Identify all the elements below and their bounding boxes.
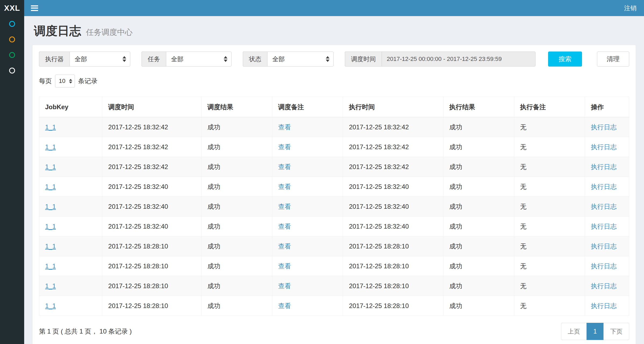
table-footer: 第 1 页 ( 总共 1 页， 10 条记录 ) 上页 1 下页: [39, 323, 629, 340]
trigger-msg-link[interactable]: 查看: [278, 243, 291, 250]
next-page-button[interactable]: 下页: [603, 323, 629, 340]
trigger-msg-link[interactable]: 查看: [278, 262, 291, 270]
sidebar-toggle-button[interactable]: [24, 0, 45, 16]
sidebar-item-4[interactable]: [0, 63, 24, 78]
filter-toolbar: 执行器 全部 任务 全部 状态 全部: [39, 52, 629, 67]
handle-msg-cell: 无: [514, 117, 585, 137]
executor-filter-label: 执行器: [39, 52, 70, 67]
status-filter-group: 状态 全部: [243, 52, 334, 67]
handle-time-cell: 2017-12-25 18:32:42: [343, 137, 443, 157]
column-header-handle-time: 执行时间: [343, 97, 443, 117]
job-filter-label: 任务: [142, 52, 166, 67]
job-key-link[interactable]: 1_1: [45, 282, 56, 290]
executor-select[interactable]: 全部: [70, 52, 130, 67]
trigger-time-cell: 2017-12-25 18:28:10: [102, 236, 201, 256]
handle-result-cell: 成功: [443, 177, 514, 197]
status-select-value: 全部: [272, 55, 285, 63]
trigger-msg-link[interactable]: 查看: [278, 223, 291, 230]
exec-log-link[interactable]: 执行日志: [591, 183, 617, 190]
trigger-time-range-input[interactable]: [382, 52, 536, 67]
handle-time-cell: 2017-12-25 18:32:40: [343, 177, 443, 197]
pagination: 上页 1 下页: [561, 323, 629, 340]
exec-log-link[interactable]: 执行日志: [591, 163, 617, 170]
table-row: 1_1 2017-12-25 18:32:40 成功 查看 2017-12-25…: [39, 177, 629, 197]
exec-log-link[interactable]: 执行日志: [591, 123, 617, 131]
trigger-time-filter-group: 调度时间: [345, 52, 536, 67]
current-page-button[interactable]: 1: [587, 323, 604, 340]
exec-log-link[interactable]: 执行日志: [591, 203, 617, 210]
content-box: 执行器 全部 任务 全部 状态 全部: [32, 45, 636, 344]
exec-log-link[interactable]: 执行日志: [591, 262, 617, 270]
circle-outline-icon: [9, 21, 15, 27]
exec-log-link[interactable]: 执行日志: [591, 282, 617, 290]
handle-time-cell: 2017-12-25 18:28:10: [343, 236, 443, 256]
handle-result-cell: 成功: [443, 217, 514, 236]
job-key-link[interactable]: 1_1: [45, 203, 56, 210]
trigger-result-cell: 成功: [201, 197, 272, 217]
table-row: 1_1 2017-12-25 18:32:42 成功 查看 2017-12-25…: [39, 137, 629, 157]
page-title: 调度日志: [34, 23, 81, 39]
exec-log-link[interactable]: 执行日志: [591, 223, 617, 230]
handle-result-cell: 成功: [443, 117, 514, 137]
column-header-jobkey: JobKey: [39, 97, 102, 117]
app-root: XXL 注销 调度日志 任务调度中心 执行器: [0, 0, 644, 344]
handle-time-cell: 2017-12-25 18:32:42: [343, 157, 443, 177]
sidebar-item-2[interactable]: [0, 32, 24, 47]
sidebar-item-3[interactable]: [0, 47, 24, 63]
select-arrows-icon: [69, 79, 72, 83]
prev-page-button[interactable]: 上页: [561, 323, 587, 340]
job-key-link[interactable]: 1_1: [45, 123, 56, 131]
job-key-link[interactable]: 1_1: [45, 163, 56, 170]
trigger-msg-link[interactable]: 查看: [278, 143, 291, 151]
trigger-msg-link[interactable]: 查看: [278, 302, 291, 309]
trigger-result-cell: 成功: [201, 236, 272, 256]
handle-result-cell: 成功: [443, 137, 514, 157]
trigger-msg-link[interactable]: 查看: [278, 123, 291, 131]
handle-msg-cell: 无: [514, 177, 585, 197]
handle-msg-cell: 无: [514, 236, 585, 256]
sidebar-item-1[interactable]: [0, 16, 24, 32]
schedule-log-table: JobKey 调度时间 调度结果 调度备注 执行时间 执行结果 执行备注 操作 …: [39, 97, 629, 316]
handle-time-cell: 2017-12-25 18:32:42: [343, 117, 443, 137]
column-header-trigger-msg: 调度备注: [272, 97, 343, 117]
search-button[interactable]: 搜索: [548, 52, 582, 67]
executor-select-value: 全部: [75, 55, 87, 63]
executor-filter-group: 执行器 全部: [39, 52, 130, 67]
trigger-msg-link[interactable]: 查看: [278, 163, 291, 170]
page-size-prefix: 每页: [39, 77, 52, 85]
job-select[interactable]: 全部: [166, 52, 231, 67]
trigger-time-cell: 2017-12-25 18:28:10: [102, 296, 201, 316]
handle-result-cell: 成功: [443, 276, 514, 296]
clear-button[interactable]: 清理: [597, 52, 629, 67]
exec-log-link[interactable]: 执行日志: [591, 302, 617, 309]
handle-time-cell: 2017-12-25 18:32:40: [343, 197, 443, 217]
trigger-time-filter-label: 调度时间: [345, 52, 382, 67]
job-key-link[interactable]: 1_1: [45, 302, 56, 309]
job-key-link[interactable]: 1_1: [45, 223, 56, 230]
handle-msg-cell: 无: [514, 217, 585, 236]
job-key-link[interactable]: 1_1: [45, 262, 56, 270]
page-size-select[interactable]: 10: [55, 75, 75, 87]
trigger-msg-link[interactable]: 查看: [278, 183, 291, 190]
logout-link[interactable]: 注销: [617, 0, 644, 16]
trigger-result-cell: 成功: [201, 117, 272, 137]
exec-log-link[interactable]: 执行日志: [591, 143, 617, 151]
job-key-link[interactable]: 1_1: [45, 183, 56, 190]
trigger-msg-link[interactable]: 查看: [278, 282, 291, 290]
trigger-time-cell: 2017-12-25 18:28:10: [102, 276, 201, 296]
trigger-result-cell: 成功: [201, 177, 272, 197]
job-key-link[interactable]: 1_1: [45, 143, 56, 151]
status-filter-label: 状态: [243, 52, 267, 67]
exec-log-link[interactable]: 执行日志: [591, 243, 617, 250]
status-select[interactable]: 全部: [267, 52, 334, 67]
handle-result-cell: 成功: [443, 296, 514, 316]
trigger-msg-link[interactable]: 查看: [278, 203, 291, 210]
table-row: 1_1 2017-12-25 18:28:10 成功 查看 2017-12-25…: [39, 236, 629, 256]
trigger-time-cell: 2017-12-25 18:32:40: [102, 177, 201, 197]
app-logo[interactable]: XXL: [0, 0, 24, 16]
trigger-time-cell: 2017-12-25 18:32:42: [102, 137, 201, 157]
handle-msg-cell: 无: [514, 197, 585, 217]
handle-msg-cell: 无: [514, 137, 585, 157]
job-key-link[interactable]: 1_1: [45, 243, 56, 250]
sidebar: [0, 16, 24, 344]
